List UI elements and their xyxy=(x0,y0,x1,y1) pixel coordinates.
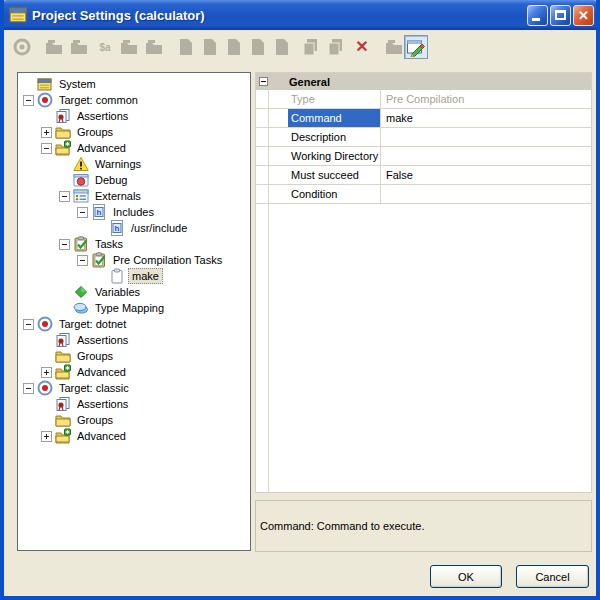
tree-item-assertions[interactable]: Assertions xyxy=(18,332,250,348)
property-name-cell[interactable]: Must succeed xyxy=(256,166,381,184)
property-row-working-directory[interactable]: Working Directory xyxy=(256,147,591,166)
tree-item-includes[interactable]: hIncludes xyxy=(18,204,250,220)
target-icon xyxy=(37,92,53,108)
maximize-icon xyxy=(555,10,566,20)
collapse-icon[interactable] xyxy=(23,319,34,330)
tree-item-label[interactable]: Advanced xyxy=(74,365,129,379)
property-name-label: Description xyxy=(288,128,380,146)
tree-item-label[interactable]: /usr/include xyxy=(128,221,190,235)
tree-item-label[interactable]: Assertions xyxy=(74,333,131,347)
tree-item-variables[interactable]: Variables xyxy=(18,284,250,300)
tree-item-advanced[interactable]: Advanced xyxy=(18,140,250,156)
collapse-icon[interactable] xyxy=(59,191,70,202)
ok-button[interactable]: OK xyxy=(430,565,502,588)
tree-item-type-mapping[interactable]: Type Mapping xyxy=(18,300,250,316)
collapse-icon[interactable] xyxy=(77,255,88,266)
property-value-cell[interactable] xyxy=(381,128,591,146)
tree-item-advanced[interactable]: Advanced xyxy=(18,428,250,444)
expand-icon[interactable] xyxy=(41,367,52,378)
tree-item-label[interactable]: Target: dotnet xyxy=(56,317,129,331)
tree-item-make[interactable]: make xyxy=(18,268,250,284)
tree-item-target-dotnet[interactable]: Target: dotnet xyxy=(18,316,250,332)
warning-icon xyxy=(73,156,89,172)
tree-item-debug[interactable]: Debug xyxy=(18,172,250,188)
property-value-cell[interactable]: Pre Compilation xyxy=(381,90,591,108)
new-item-3-icon xyxy=(224,37,244,57)
tree-item-label[interactable]: Assertions xyxy=(74,109,131,123)
tree-item-warnings[interactable]: Warnings xyxy=(18,156,250,172)
collapse-icon[interactable] xyxy=(41,143,52,154)
tree-item-advanced[interactable]: Advanced xyxy=(18,364,250,380)
property-value-cell[interactable]: make xyxy=(381,109,591,127)
tree-item-label[interactable]: Groups xyxy=(74,125,116,139)
tree-item-label[interactable]: Type Mapping xyxy=(92,301,167,315)
tree-item-system[interactable]: System xyxy=(18,76,250,92)
category-collapse-icon[interactable] xyxy=(259,77,268,86)
tree-item-label[interactable]: Target: common xyxy=(56,93,141,107)
maximize-button[interactable] xyxy=(550,5,571,26)
collapse-icon[interactable] xyxy=(77,207,88,218)
close-button[interactable]: ✕ xyxy=(573,5,594,26)
tree-item-label[interactable]: Tasks xyxy=(92,237,126,251)
collapse-icon[interactable] xyxy=(23,95,34,106)
folder-icon xyxy=(55,348,71,364)
tree-item-pre-compilation-tasks[interactable]: Pre Compilation Tasks xyxy=(18,252,250,268)
tree-item-label[interactable]: Externals xyxy=(92,189,144,203)
tree-item--usr-include[interactable]: h/usr/include xyxy=(18,220,250,236)
tree-item-externals[interactable]: Externals xyxy=(18,188,250,204)
property-row-must-succeed[interactable]: Must succeedFalse xyxy=(256,166,591,185)
tree-item-label[interactable]: System xyxy=(56,77,99,91)
expand-icon[interactable] xyxy=(41,127,52,138)
tree-item-target-classic[interactable]: Target: classic xyxy=(18,380,250,396)
folder-icon xyxy=(55,124,71,140)
category-header-general[interactable]: General xyxy=(256,73,591,90)
tree-item-target-common[interactable]: Target: common xyxy=(18,92,250,108)
delete-icon: ✕ xyxy=(355,39,368,55)
tree-item-groups[interactable]: Groups xyxy=(18,348,250,364)
property-name-cell[interactable]: Working Directory xyxy=(256,147,381,165)
new-item-3-button xyxy=(222,35,246,59)
tree-item-assertions[interactable]: Assertions xyxy=(18,108,250,124)
property-row-command[interactable]: Commandmake xyxy=(256,109,591,128)
property-row-description[interactable]: Description xyxy=(256,128,591,147)
tree-item-label[interactable]: Groups xyxy=(74,349,116,363)
property-value-cell[interactable] xyxy=(381,185,591,203)
collapse-icon[interactable] xyxy=(59,239,70,250)
new-target-icon xyxy=(12,37,32,57)
tree-item-groups[interactable]: Groups xyxy=(18,124,250,140)
tree-item-label[interactable]: Variables xyxy=(92,285,143,299)
tree-item-label[interactable]: Groups xyxy=(74,413,116,427)
property-name-cell[interactable]: Condition xyxy=(256,185,381,203)
property-name-label: Type xyxy=(288,90,380,108)
minimize-button[interactable] xyxy=(527,5,548,26)
property-grid[interactable]: General TypePre CompilationCommandmakeDe… xyxy=(255,72,592,493)
header-file-icon: h xyxy=(91,204,107,220)
tree-item-label[interactable]: Pre Compilation Tasks xyxy=(110,253,225,267)
tree-item-label[interactable]: Assertions xyxy=(74,397,131,411)
tree-item-label[interactable]: make xyxy=(128,268,163,284)
edit-button[interactable] xyxy=(404,35,428,59)
collapse-icon[interactable] xyxy=(23,383,34,394)
tree-item-label[interactable]: Advanced xyxy=(74,141,129,155)
property-name-cell[interactable]: Description xyxy=(256,128,381,146)
tree-item-label[interactable]: Includes xyxy=(110,205,157,219)
property-row-condition[interactable]: Condition xyxy=(256,185,591,204)
cancel-button[interactable]: Cancel xyxy=(516,565,589,588)
delete-button[interactable]: ✕ xyxy=(350,35,374,59)
property-value-cell[interactable]: False xyxy=(381,166,591,184)
tree-item-tasks[interactable]: Tasks xyxy=(18,236,250,252)
tree-item-label[interactable]: Debug xyxy=(92,173,130,187)
tree-item-label[interactable]: Advanced xyxy=(74,429,129,443)
property-name-cell[interactable]: Type xyxy=(256,90,381,108)
property-name-cell[interactable]: Command xyxy=(256,109,381,127)
expand-icon[interactable] xyxy=(41,431,52,442)
tree-item-groups[interactable]: Groups xyxy=(18,412,250,428)
property-value-cell[interactable] xyxy=(381,147,591,165)
header-file-icon: h xyxy=(109,220,125,236)
tree-item-label[interactable]: Target: classic xyxy=(56,381,132,395)
settings-tree[interactable]: SystemTarget: commonAssertionsGroupsAdva… xyxy=(17,72,251,551)
tree-item-label[interactable]: Warnings xyxy=(92,157,144,171)
tasks-icon xyxy=(91,252,107,268)
property-row-type[interactable]: TypePre Compilation xyxy=(256,90,591,109)
tree-item-assertions[interactable]: Assertions xyxy=(18,396,250,412)
